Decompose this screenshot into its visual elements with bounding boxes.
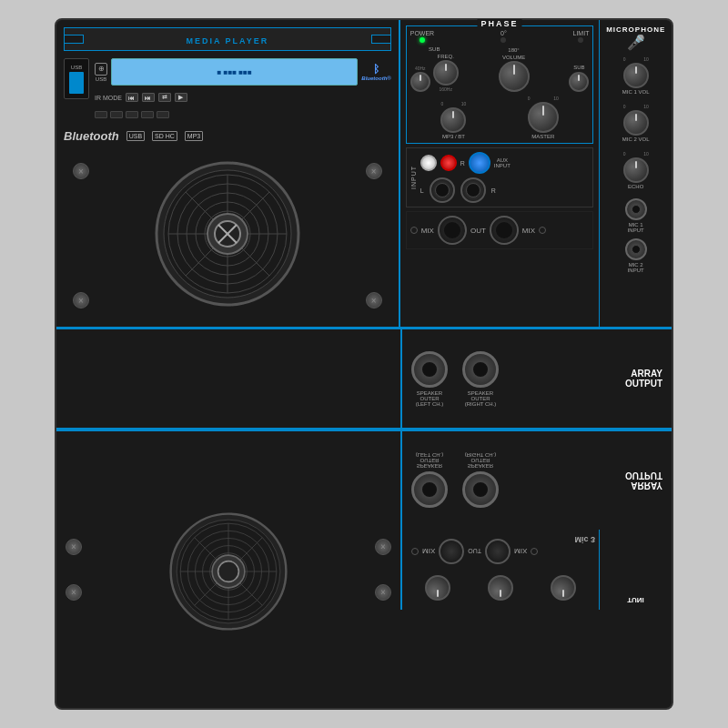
bottom-xlr-r xyxy=(485,539,511,564)
phase-indicators-row: POWER 0° LIMIT xyxy=(410,30,590,43)
mp3bt-knob[interactable] xyxy=(440,107,466,133)
mic1-vol-label: MIC 1 VOL xyxy=(622,89,650,95)
master-knob[interactable] xyxy=(528,102,559,133)
power-indicator: POWER xyxy=(410,30,434,43)
reflected-array: SPEAKEROUTER(LEFT CH.) SPEAKEROUTER(RIGH… xyxy=(56,430,672,530)
power-led xyxy=(420,37,425,43)
small-btn-5[interactable] xyxy=(157,111,169,118)
bottom-knob-1 xyxy=(425,575,450,601)
echo-scale: 0 10 xyxy=(623,151,649,157)
prev2-btn[interactable]: ⏭ xyxy=(142,93,155,102)
left-panel: MEDIA PLAYER USB ⊕ USB xyxy=(56,20,400,329)
xlr-out-section: MIX OUT MIX xyxy=(406,211,594,249)
mic1-vol-knob[interactable] xyxy=(623,63,649,88)
fan-bottom-svg xyxy=(169,512,288,631)
sub-freq-knobs: 40Hz FREQ. 160Hz xyxy=(410,54,459,92)
usb-format-icon: USB xyxy=(126,131,145,141)
xlr-out-right-inner xyxy=(496,222,512,238)
freq-knob[interactable] xyxy=(433,60,459,86)
svg-point-27 xyxy=(218,561,239,582)
bottom-mix-label-r: MIX xyxy=(514,548,527,556)
trs-blue-port[interactable] xyxy=(469,152,490,174)
array-output-section: SPEAKEROUTER(LEFT CH.) SPEAKEROUTER(RIGH… xyxy=(56,329,672,430)
mic2-input-label: MIC 2INPUT xyxy=(628,262,644,273)
bottom-knob-2 xyxy=(488,575,513,601)
player-controls-area: USB ⊕ USB ■ ■■■ ■■■ xyxy=(64,58,391,118)
small-btn-1[interactable] xyxy=(95,111,107,118)
xlr-left[interactable] xyxy=(430,177,455,203)
echo-container: 0 10 ECHO xyxy=(605,151,666,189)
limit-led xyxy=(578,37,583,43)
lcd-display: ■ ■■■ ■■■ xyxy=(217,68,252,76)
ir-mode-row: IR MODE ⏮ ⏭ ⇄ ▶ xyxy=(95,89,391,106)
mix-label-left: MIX xyxy=(421,227,434,235)
usb-badge: USB xyxy=(126,131,145,141)
small-btn-4[interactable] xyxy=(141,111,154,118)
echo-label: ECHO xyxy=(628,184,643,189)
mic2-vol-knob[interactable] xyxy=(623,110,649,136)
freq-label: FREQ. xyxy=(438,54,454,59)
screw-b-bl xyxy=(66,539,82,555)
phase-section: PHASE POWER 0° LIMIT xyxy=(406,25,594,144)
bottom-out-label: OUT xyxy=(468,549,481,555)
screw-bottom-right xyxy=(366,292,382,308)
sub-knob-l-container: 40Hz xyxy=(410,66,430,92)
speaker-port-right[interactable] xyxy=(462,351,499,388)
out-label: OUT xyxy=(470,227,486,235)
bottom-mix-row: MIX OUT MIX xyxy=(408,535,593,568)
xlr-out-right[interactable] xyxy=(490,216,519,245)
sub-knob-left[interactable] xyxy=(410,72,430,92)
mic1-input-port[interactable] xyxy=(625,198,647,220)
volume-label: VOLUME xyxy=(502,55,525,60)
mic3-label: Mic 3 xyxy=(574,535,595,544)
mic1-vol-container: 0 10 MIC 1 VOL xyxy=(605,56,666,95)
fan-area-container xyxy=(64,154,391,318)
small-btn-3[interactable] xyxy=(126,111,138,118)
microphone-title: MICROPHONE xyxy=(605,25,666,34)
rca-white-port[interactable] xyxy=(420,155,437,171)
mic1-input-inner xyxy=(632,205,641,214)
xlr-out-left-inner xyxy=(444,222,460,238)
sd-card-slot[interactable]: USB xyxy=(64,58,89,99)
small-btn-2[interactable] xyxy=(110,111,123,118)
bluetooth-format-row: Bluetooth USB SD HC MP3 xyxy=(64,126,391,147)
mic2-input-port[interactable] xyxy=(625,238,647,260)
screw-bottom-left xyxy=(73,292,89,308)
limit-indicator: LIMIT xyxy=(573,30,590,43)
mp3bt-scale-0: 0 xyxy=(440,101,443,106)
xlr-right[interactable] xyxy=(460,177,486,203)
freq-knob-container: FREQ. 160Hz xyxy=(433,54,459,92)
volume-knob[interactable] xyxy=(499,61,530,92)
usb-icon: ⊕ xyxy=(95,63,107,76)
knobs-row2: 0 10 MP3 / BT 0 10 MASTER xyxy=(410,96,590,139)
mic2-vol-label: MIC 2 VOL xyxy=(622,136,650,142)
speaker-ports-row: SPEAKEROUTER(LEFT CH.) SPEAKEROUTER(RIGH… xyxy=(411,351,499,407)
hz40-label: 40Hz xyxy=(415,66,426,71)
mix-label-right: MIX xyxy=(522,227,535,235)
echo-knob[interactable] xyxy=(623,157,649,183)
mp3bt-label: MP3 / BT xyxy=(442,134,465,139)
sub-label-l: SUB xyxy=(410,46,459,52)
play-btn[interactable]: ▶ xyxy=(175,93,187,102)
reflected-speaker-left: SPEAKEROUTER(LEFT CH.) xyxy=(411,453,448,509)
bottom-mix-label-l: MIX xyxy=(422,548,435,556)
sd-slot-label: USB xyxy=(71,65,82,70)
power-label: POWER xyxy=(410,30,434,36)
io-inner: INPUT R AUX INPUT xyxy=(410,152,590,203)
fan-bottom xyxy=(169,509,288,631)
bottom-mix-indicator-l xyxy=(411,548,419,555)
sub-freq-left: SUB 40Hz FREQ. 160Hz xyxy=(410,46,459,92)
sub-knob-right[interactable] xyxy=(569,72,589,92)
device: MEDIA PLAYER USB ⊕ USB xyxy=(55,18,673,710)
input-vert-label: INPUT xyxy=(410,166,417,189)
speaker-port-left[interactable] xyxy=(411,351,448,388)
xlr-out-left[interactable] xyxy=(438,216,467,245)
sd-slot-inner xyxy=(69,72,84,94)
xlr-label-l: L xyxy=(420,187,424,194)
rca-red-port[interactable] xyxy=(440,155,457,171)
prev-btn[interactable]: ⏮ xyxy=(126,93,138,102)
mp3-badge: MP3 xyxy=(185,131,203,141)
repeat-btn[interactable]: ⇄ xyxy=(158,93,171,102)
mic2-input-container: MIC 2INPUT xyxy=(605,238,666,273)
xlr-row: L R xyxy=(420,177,511,203)
